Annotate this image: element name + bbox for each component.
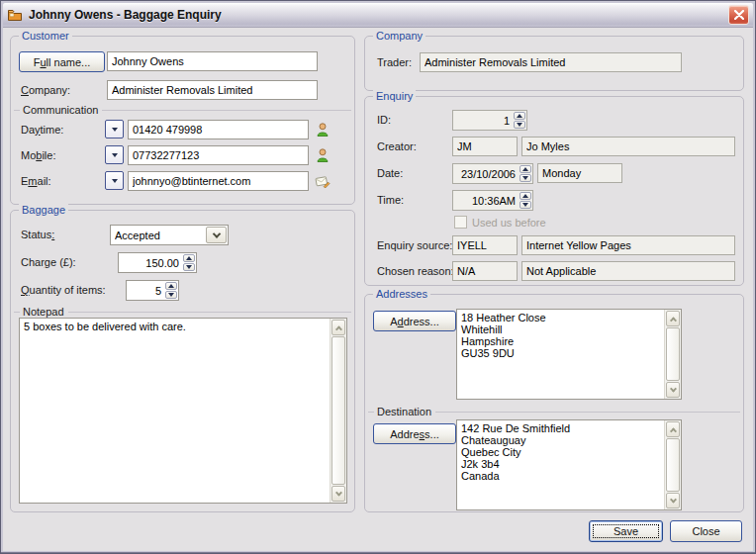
enquiry-group-caption: Enquiry — [373, 89, 416, 103]
addresses-group: Addresses Address... 18 Heather Close Wh… — [364, 294, 744, 512]
id-spinner — [452, 110, 527, 131]
destination-textbox: 142 Rue De Smithfield Chateauguay Quebec… — [456, 419, 682, 510]
quantity-input[interactable] — [127, 281, 164, 300]
charge-spinner — [118, 252, 197, 273]
quantity-spin-down-button[interactable] — [165, 291, 177, 299]
scrollbar-thumb[interactable] — [666, 438, 680, 492]
baggage-group: Baggage Status: Charge (£): Quantity of … — [10, 210, 355, 512]
status-dropdown-button[interactable] — [206, 227, 227, 243]
chevron-up-icon — [334, 325, 341, 332]
email-input[interactable] — [129, 172, 308, 190]
full-name-input[interactable] — [108, 52, 317, 70]
chevron-down-icon — [334, 489, 341, 496]
spin-up-icon — [186, 256, 192, 260]
address-textarea[interactable]: 18 Heather Close Whitehill Hampshire GU3… — [457, 310, 664, 399]
creator-label: Creator: — [377, 137, 417, 156]
notepad-scrollbar[interactable] — [330, 319, 346, 503]
notepad-textarea[interactable]: 5 boxes to be delivered with care. — [20, 319, 330, 503]
destination-scrollbar[interactable] — [664, 420, 681, 509]
full-name-button[interactable]: Full name... — [19, 51, 105, 72]
status-label: Status: — [21, 225, 54, 244]
daytime-phone-input[interactable] — [129, 121, 308, 138]
charge-spin-up-button[interactable] — [183, 254, 195, 262]
time-spin-up-button[interactable] — [520, 192, 531, 200]
daytime-dropdown-button[interactable] — [105, 120, 124, 138]
destination-textarea[interactable]: 142 Rue De Smithfield Chateauguay Quebec… — [457, 420, 664, 509]
scroll-up-button[interactable] — [331, 320, 345, 335]
notepad-divider: Notepad — [14, 306, 351, 318]
id-spin-down-button[interactable] — [514, 121, 525, 129]
address-button[interactable]: Address... — [373, 311, 456, 331]
customer-group-caption: Customer — [19, 29, 72, 43]
save-button[interactable]: Save — [589, 520, 663, 542]
company-group: Company Trader: — [364, 36, 744, 91]
window-folder-icon — [7, 7, 24, 24]
scrollbar-track[interactable] — [331, 336, 345, 485]
email-label: Email: — [21, 171, 51, 191]
company-input[interactable] — [108, 81, 317, 99]
chevron-down-icon — [669, 385, 676, 392]
daytime-person-icon[interactable] — [314, 121, 331, 138]
quantity-spin-up-button[interactable] — [165, 282, 177, 290]
used-before-label: Used us before — [472, 217, 546, 229]
weekday-field — [538, 164, 621, 182]
charge-spin-down-button[interactable] — [183, 263, 195, 271]
mobile-phone-input[interactable] — [129, 146, 308, 164]
destination-caption: Destination — [377, 406, 431, 417]
chevron-down-icon — [112, 153, 118, 157]
scroll-up-button[interactable] — [666, 421, 680, 437]
scroll-down-button[interactable] — [331, 486, 345, 502]
close-button[interactable] — [728, 5, 749, 25]
spin-up-icon — [517, 114, 522, 118]
email-dropdown-button[interactable] — [105, 171, 124, 190]
notepad-textbox: 5 boxes to be delivered with care. — [19, 318, 347, 504]
id-spin-up-button[interactable] — [514, 112, 525, 120]
spin-up-icon — [522, 194, 528, 198]
date-spin-down-button[interactable] — [520, 174, 531, 182]
chevron-down-icon — [112, 179, 118, 183]
company-group-caption: Company — [373, 29, 425, 43]
dialog-client-area: Customer Full name... Company: Communica… — [3, 28, 753, 551]
scrollbar-thumb[interactable] — [666, 327, 680, 381]
destination-address-button[interactable]: Address... — [373, 423, 456, 444]
date-label: Date: — [377, 163, 403, 183]
trader-field — [421, 53, 681, 71]
scroll-down-button[interactable] — [666, 382, 680, 398]
quantity-label: Quantity of items: — [21, 280, 106, 300]
window-title: Johnny Owens - Baggage Enquiry — [29, 8, 723, 22]
scrollbar-track[interactable] — [666, 438, 680, 492]
email-envelope-icon[interactable] — [314, 172, 331, 190]
daytime-label: Daytime: — [21, 120, 63, 139]
scrollbar-thumb[interactable] — [331, 336, 345, 485]
spin-down-icon — [168, 293, 174, 297]
source-name-field — [522, 236, 734, 254]
spin-up-icon — [522, 167, 528, 171]
title-bar: Johnny Owens - Baggage Enquiry — [3, 3, 753, 28]
id-field — [453, 111, 513, 130]
address-scrollbar[interactable] — [664, 310, 681, 399]
chevron-up-icon — [669, 317, 676, 323]
close-dialog-button[interactable]: Close — [670, 520, 742, 542]
source-code-field — [453, 236, 517, 254]
scroll-down-button[interactable] — [666, 493, 680, 508]
quantity-spinner — [126, 280, 179, 301]
date-field — [453, 164, 519, 183]
scrollbar-track[interactable] — [666, 327, 680, 381]
addresses-group-caption: Addresses — [373, 287, 430, 301]
reason-name-field — [522, 262, 734, 280]
customer-group: Customer Full name... Company: Communica… — [10, 36, 355, 205]
time-label: Time: — [377, 190, 404, 210]
scroll-up-button[interactable] — [666, 311, 680, 326]
status-input[interactable] — [111, 226, 205, 244]
date-spin-up-button[interactable] — [520, 165, 531, 173]
used-before-row: Used us before — [454, 216, 546, 229]
mobile-person-icon[interactable] — [314, 146, 331, 164]
time-spin-down-button[interactable] — [520, 201, 531, 209]
mobile-dropdown-button[interactable] — [105, 145, 124, 164]
address-textbox: 18 Heather Close Whitehill Hampshire GU3… — [456, 309, 682, 400]
spin-down-icon — [186, 265, 192, 269]
chevron-down-icon — [669, 496, 676, 503]
charge-input[interactable] — [119, 253, 182, 272]
chosen-reason-label: Chosen reason: — [377, 261, 454, 281]
spin-down-icon — [517, 123, 522, 127]
